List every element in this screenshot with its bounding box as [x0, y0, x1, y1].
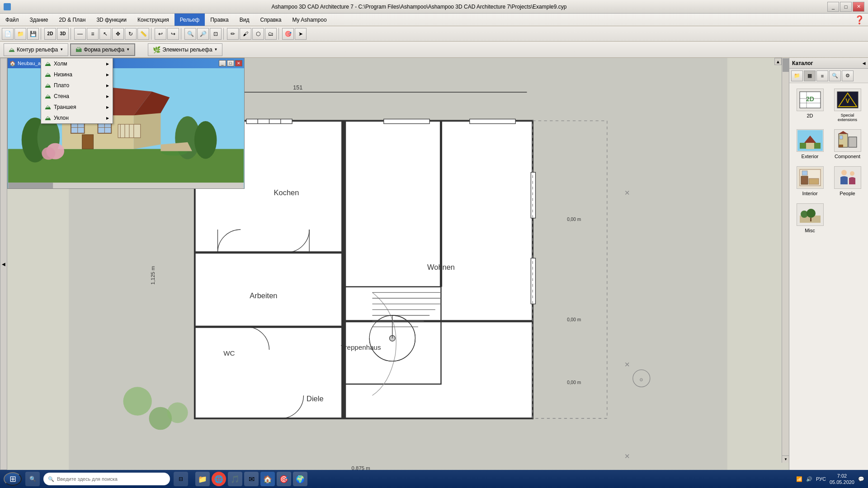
- menu-file[interactable]: Файл: [0, 14, 24, 26]
- dropdown-item-plateau[interactable]: ⛰ Плато ▶: [41, 80, 113, 91]
- menu-construction[interactable]: Конструкция: [132, 14, 175, 26]
- catalog-btn-folder[interactable]: 📁: [791, 70, 803, 81]
- toolbar-zoom-in[interactable]: 🔍: [184, 28, 196, 40]
- toolbar-zoom-all[interactable]: ⊡: [210, 28, 222, 40]
- menu-edit[interactable]: Правка: [205, 14, 234, 26]
- taskbar-cortana-icon[interactable]: 🔍: [25, 472, 40, 486]
- top-collapse-btn[interactable]: ▲: [774, 58, 782, 65]
- dropdown-item-wall[interactable]: ⛰ Стена ▶: [41, 91, 113, 102]
- toolbar-3d[interactable]: 3D: [57, 28, 69, 40]
- catalog-btn-search[interactable]: 🔍: [829, 70, 841, 81]
- toolbar-save[interactable]: 💾: [27, 28, 39, 40]
- toolbar-move[interactable]: ✥: [112, 28, 124, 40]
- catalog-item-exterior[interactable]: Exterior: [793, 127, 827, 161]
- taskbar-app-ashampoo[interactable]: 🏠: [260, 472, 275, 486]
- toolbar-pencil[interactable]: ✏: [227, 28, 239, 40]
- catalog-btn-grid[interactable]: ▦: [804, 70, 816, 81]
- start-button[interactable]: ⊞: [4, 472, 22, 486]
- catalog-item-misc[interactable]: Misc: [793, 202, 827, 235]
- floor-plan-area[interactable]: 151: [7, 58, 789, 470]
- maximize-button[interactable]: □: [840, 2, 852, 12]
- toolbar-line[interactable]: —: [74, 28, 86, 40]
- catalog-label-misc: Misc: [805, 228, 815, 233]
- catalog-label-special: Special extensions: [832, 113, 863, 122]
- toolbar-extra2[interactable]: 🗂: [265, 28, 277, 40]
- v-scrollbar[interactable]: ▼: [782, 58, 789, 463]
- toolbar-2d[interactable]: 2D: [44, 28, 56, 40]
- dropdown-lowland-label: Низина: [54, 71, 72, 78]
- dropdown-item-slope[interactable]: ⛰ Уклон ▶: [41, 113, 113, 123]
- close-button[interactable]: ✕: [853, 2, 864, 12]
- toolbar-arrow[interactable]: ➤: [295, 28, 307, 40]
- tray-network-icon: 📶: [796, 476, 802, 482]
- wall-submenu-arrow: ▶: [106, 94, 109, 99]
- toolbar-parallel[interactable]: ≡: [87, 28, 99, 40]
- toolbar-new[interactable]: 📄: [2, 28, 14, 40]
- v-scrollbar-down[interactable]: ▼: [782, 455, 789, 463]
- toolbar-zoom-out[interactable]: 🔎: [197, 28, 209, 40]
- help-icon[interactable]: ❓: [854, 15, 868, 25]
- lowland-submenu-arrow: ▶: [106, 73, 109, 77]
- svg-rect-3: [195, 121, 533, 418]
- menu-myashampoo[interactable]: My Ashampoo: [287, 14, 332, 26]
- menu-2d-plan[interactable]: 2D & План: [53, 14, 91, 26]
- minimize-button[interactable]: _: [827, 2, 839, 12]
- view-3d-maximize[interactable]: □: [227, 60, 234, 66]
- toolbar-open[interactable]: 📁: [14, 28, 26, 40]
- taskbar-app-extra1[interactable]: 🎯: [277, 472, 291, 486]
- taskbar-search-box[interactable]: 🔍 Введите здесь для поиска: [43, 473, 170, 485]
- dropdown-item-lowland[interactable]: ⛰ Низина ▶: [41, 69, 113, 80]
- svg-rect-72: [8, 183, 53, 188]
- taskbar-app-chrome[interactable]: 🌐: [212, 472, 226, 486]
- menu-view[interactable]: Вид: [234, 14, 255, 26]
- toolbar-measure[interactable]: 📏: [137, 28, 149, 40]
- room-wohnen: Wohnen: [427, 263, 455, 271]
- relief-contour-btn[interactable]: ⛰ Контур рельефа ▼: [4, 43, 68, 56]
- catalog-btn-settings[interactable]: ⚙: [842, 70, 854, 81]
- hill-icon: ⛰: [45, 60, 51, 67]
- search-placeholder-text: Введите здесь для поиска: [57, 476, 118, 482]
- catalog-expand-icon[interactable]: ◂: [863, 60, 865, 66]
- menu-3d-functions[interactable]: 3D функции: [91, 14, 132, 26]
- taskbar-app-explorer[interactable]: 📁: [195, 472, 210, 486]
- svg-rect-28: [470, 119, 515, 124]
- taskbar-app-browser[interactable]: 🌍: [293, 472, 307, 486]
- toolbar-rotate[interactable]: ↻: [125, 28, 137, 40]
- toolbar-paint[interactable]: 🖌: [240, 28, 251, 40]
- taskbar-app-media[interactable]: 🎵: [228, 472, 242, 486]
- menu-building[interactable]: Здание: [24, 14, 54, 26]
- svg-text:0,00 m: 0,00 m: [567, 317, 581, 322]
- left-collapse-btn[interactable]: ◀: [0, 58, 7, 470]
- toolbar-extra1[interactable]: ⬡: [252, 28, 264, 40]
- catalog-item-interior[interactable]: Interior: [793, 164, 827, 198]
- catalog-label-component: Component: [835, 154, 860, 159]
- relief-form-btn[interactable]: 🏔 Форма рельефа ▼: [70, 43, 135, 56]
- menu-help[interactable]: Справка: [255, 14, 287, 26]
- catalog-header: Каталог ◂: [789, 58, 868, 69]
- catalog-item-component[interactable]: Component: [830, 127, 864, 161]
- dropdown-item-trench[interactable]: ⛰ Траншея ▶: [41, 102, 113, 113]
- svg-point-99: [841, 170, 847, 175]
- room-kochen: Kochen: [274, 188, 299, 197]
- relief-elements-btn[interactable]: 🌿 Элементы рельефа ▼: [148, 43, 222, 56]
- catalog-item-2d[interactable]: 2D 2D: [793, 87, 827, 124]
- svg-text:1,125 m: 1,125 m: [150, 266, 156, 285]
- elements-dropdown-arrow: ▼: [214, 47, 218, 52]
- toolbar-render[interactable]: 🎯: [282, 28, 294, 40]
- v-scrollbar-thumb[interactable]: [783, 58, 789, 72]
- view-3d-close[interactable]: ✕: [235, 60, 242, 66]
- catalog-item-people[interactable]: People: [830, 164, 864, 198]
- toolbar-select[interactable]: ↖: [99, 28, 111, 40]
- toolbar-undo[interactable]: ↩: [155, 28, 166, 40]
- separator-3: [151, 28, 153, 40]
- menu-relief[interactable]: Рельеф: [175, 14, 205, 26]
- taskbar-app-mail[interactable]: ✉: [244, 472, 259, 486]
- view-3d-minimize[interactable]: _: [219, 60, 226, 66]
- dropdown-item-hill[interactable]: ⛰ Холм ▶: [41, 58, 113, 69]
- catalog-btn-list[interactable]: ≡: [816, 70, 828, 81]
- taskbar-task-view[interactable]: ⊟: [174, 472, 188, 486]
- tray-notification-icon[interactable]: 💬: [858, 476, 864, 482]
- svg-text:151: 151: [293, 84, 302, 91]
- catalog-item-special[interactable]: V Special extensions: [830, 87, 864, 124]
- toolbar-redo[interactable]: ↪: [167, 28, 179, 40]
